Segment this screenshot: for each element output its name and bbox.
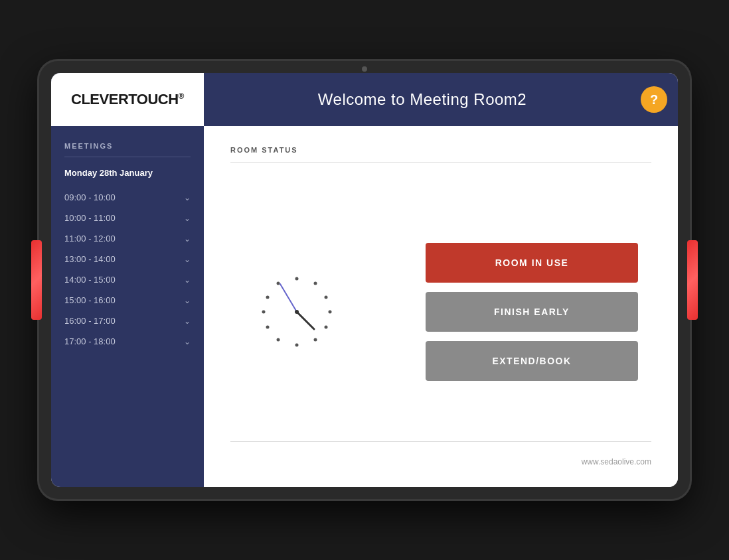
svg-point-11 (277, 282, 280, 285)
chevron-down-icon: ⌄ (184, 255, 191, 264)
footer-url: www.sedaolive.com (582, 457, 651, 466)
content-divider (230, 162, 651, 163)
svg-line-12 (297, 312, 314, 329)
list-item[interactable]: 15:00 - 16:00 ⌄ (64, 290, 191, 311)
svg-point-10 (266, 296, 270, 299)
meeting-time: 15:00 - 16:00 (64, 295, 116, 305)
svg-point-9 (262, 311, 266, 314)
header: CLEVERTOUCH® Welcome to Meeting Room2 ? (51, 73, 678, 126)
logo-area: CLEVERTOUCH® (51, 73, 204, 126)
chevron-down-icon: ⌄ (184, 337, 191, 346)
screen: CLEVERTOUCH® Welcome to Meeting Room2 ? … (51, 73, 678, 487)
list-item[interactable]: 17:00 - 18:00 ⌄ (64, 331, 191, 352)
status-area: ROOM IN USE FINISH EARLY EXTEND/BOOK (230, 182, 651, 441)
help-button[interactable]: ? (641, 86, 667, 113)
meeting-time: 09:00 - 10:00 (64, 192, 116, 202)
svg-point-6 (295, 344, 299, 347)
content-panel: ROOM STATUS (204, 126, 678, 487)
meetings-list: 09:00 - 10:00 ⌄ 10:00 - 11:00 ⌄ 11:00 - … (64, 187, 191, 352)
svg-point-5 (314, 338, 317, 342)
chevron-down-icon: ⌄ (184, 275, 191, 285)
clock-svg (244, 259, 350, 365)
list-item[interactable]: 13:00 - 14:00 ⌄ (64, 249, 191, 269)
svg-point-1 (314, 282, 317, 285)
list-item[interactable]: 10:00 - 11:00 ⌄ (64, 208, 191, 228)
sidebar: MEETINGS Monday 28th January 09:00 - 10:… (51, 126, 204, 487)
buttons-area: ROOM IN USE FINISH EARLY EXTEND/BOOK (426, 243, 638, 381)
svg-point-2 (325, 296, 328, 299)
chevron-down-icon: ⌄ (184, 316, 191, 326)
svg-point-3 (329, 311, 332, 314)
meeting-time: 17:00 - 18:00 (64, 336, 116, 346)
header-title-area: Welcome to Meeting Room2 (204, 90, 641, 109)
svg-line-13 (280, 284, 297, 312)
room-in-use-button[interactable]: ROOM IN USE (426, 243, 638, 283)
svg-point-8 (266, 326, 270, 329)
sidebar-date: Monday 28th January (64, 168, 191, 178)
chevron-down-icon: ⌄ (184, 234, 191, 244)
sidebar-meetings-label: MEETINGS (64, 142, 191, 150)
clock (244, 259, 350, 365)
list-item[interactable]: 09:00 - 10:00 ⌄ (64, 187, 191, 208)
chevron-down-icon: ⌄ (184, 296, 191, 305)
room-status-label: ROOM STATUS (230, 146, 651, 154)
svg-point-7 (277, 338, 280, 342)
svg-point-14 (295, 310, 299, 314)
svg-point-0 (295, 277, 299, 281)
footer-area: www.sedaolive.com (230, 441, 651, 467)
extend-book-button[interactable]: EXTEND/BOOK (426, 341, 638, 381)
logo-text: CLEVERTOUCH® (71, 91, 184, 108)
list-item[interactable]: 11:00 - 12:00 ⌄ (64, 228, 191, 249)
camera-dot (362, 66, 367, 72)
svg-point-4 (325, 326, 328, 329)
sidebar-divider (64, 157, 191, 157)
finish-early-button[interactable]: FINISH EARLY (426, 292, 638, 332)
list-item[interactable]: 14:00 - 15:00 ⌄ (64, 269, 191, 290)
meeting-time: 11:00 - 12:00 (64, 234, 116, 244)
chevron-down-icon: ⌄ (184, 214, 191, 223)
main-content: MEETINGS Monday 28th January 09:00 - 10:… (51, 126, 678, 487)
meeting-time: 14:00 - 15:00 (64, 275, 116, 285)
meeting-time: 16:00 - 17:00 (64, 316, 116, 326)
meeting-time: 10:00 - 11:00 (64, 213, 116, 223)
list-item[interactable]: 16:00 - 17:00 ⌄ (64, 311, 191, 331)
device-frame: CLEVERTOUCH® Welcome to Meeting Room2 ? … (39, 61, 690, 499)
header-title: Welcome to Meeting Room2 (318, 90, 526, 109)
chevron-down-icon: ⌄ (184, 193, 191, 202)
meeting-time: 13:00 - 14:00 (64, 254, 116, 264)
